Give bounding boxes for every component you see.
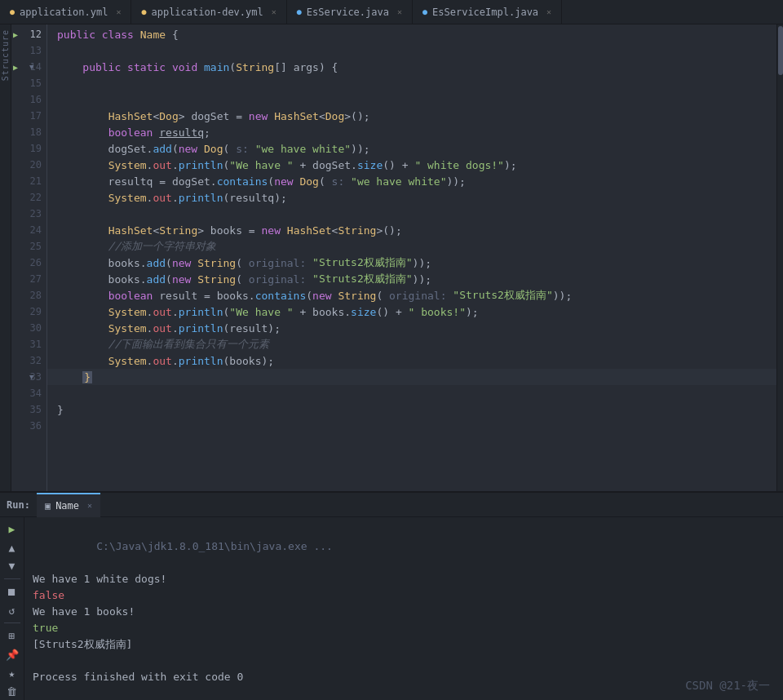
scroll-up-button[interactable]: ▲ xyxy=(3,539,21,556)
trash-button[interactable]: 🗑 xyxy=(3,683,21,700)
divider-2 xyxy=(4,622,20,623)
gutter-row-34: 34 xyxy=(11,385,46,401)
tab-close-0[interactable]: ✕ xyxy=(116,7,121,16)
gutter-row-33: ▼ 33 xyxy=(11,369,46,385)
fold-33[interactable]: ▼ xyxy=(29,373,33,381)
code-line-32: System.out.println(books); xyxy=(47,352,776,369)
run-body: ▶ ▲ ▼ ⏹ ↺ ⊞ 📌 ★ 🗑 C:\Java\jdk1.8.0_181\b… xyxy=(0,517,783,700)
run-tab-icon: ▣ xyxy=(45,500,51,512)
tab-close-3[interactable]: ✕ xyxy=(546,7,551,16)
tab-bar: ● application.yml ✕ ● application-dev.ym… xyxy=(0,0,783,24)
gutter-row-18: 18 xyxy=(11,124,46,140)
filter-button[interactable]: ⊞ xyxy=(3,627,21,645)
tab-application-yml[interactable]: ● application.yml ✕ xyxy=(0,0,131,24)
code-line-27: books.add(new String( original: "Struts2… xyxy=(47,271,776,287)
run-panel: Run: ▣ Name ✕ ▶ ▲ ▼ ⏹ ↺ ⊞ 📌 ★ 🗑 xyxy=(0,491,783,700)
yml-icon-2: ● xyxy=(141,7,146,16)
gutter-row-12: ▶ 12 xyxy=(11,26,46,42)
gutter-row-31: 31 xyxy=(11,336,46,352)
run-tab-bar: Run: ▣ Name ✕ xyxy=(0,493,783,517)
gutter-row-14: ▶ ▼ 14 xyxy=(11,59,46,75)
tab-close-2[interactable]: ✕ xyxy=(397,7,402,16)
gutter-row-23: 23 xyxy=(11,206,46,222)
gutter-row-19: 19 xyxy=(11,140,46,157)
code-line-30: System.out.println(result); xyxy=(47,320,776,336)
gutter-row-26: 26 xyxy=(11,255,46,271)
run-arrow-14[interactable]: ▶ xyxy=(13,63,18,72)
gutter-row-21: 21 xyxy=(11,173,46,189)
yml-icon: ● xyxy=(10,7,15,16)
code-line-17: HashSet<Dog> dogSet = new HashSet<Dog>()… xyxy=(47,108,776,124)
stop-button[interactable]: ⏹ xyxy=(3,583,21,600)
scrollbar-track[interactable] xyxy=(776,24,783,491)
console-output-line-6 xyxy=(33,653,775,669)
gutter-row-36: 36 xyxy=(11,418,46,434)
structure-label: Structure xyxy=(1,26,10,84)
gutter-row-16: 16 xyxy=(11,91,46,108)
code-line-34 xyxy=(47,385,776,401)
run-tools: ▶ ▲ ▼ ⏹ ↺ ⊞ 📌 ★ 🗑 xyxy=(0,517,24,700)
run-tab-close[interactable]: ✕ xyxy=(87,501,92,510)
code-line-25: //添加一个字符串对象 xyxy=(47,238,776,255)
rerun-button[interactable]: ↺ xyxy=(3,602,21,619)
console-output-line-7: Process finished with exit code 0 xyxy=(33,669,775,685)
code-line-36 xyxy=(47,418,776,434)
editor-root: ● application.yml ✕ ● application-dev.ym… xyxy=(0,0,783,700)
gutter-row-28: 28 xyxy=(11,287,46,303)
settings-button[interactable]: ★ xyxy=(3,665,21,682)
code-line-22: System.out.println(resultq); xyxy=(47,189,776,206)
code-line-29: System.out.println("We have " + books.si… xyxy=(47,303,776,320)
tab-application-dev-yml[interactable]: ● application-dev.yml ✕ xyxy=(131,0,286,24)
java-icon-1: ● xyxy=(297,7,302,16)
gutter-row-17: 17 xyxy=(11,108,46,124)
scroll-down-button[interactable]: ▼ xyxy=(3,557,21,574)
code-line-15 xyxy=(47,75,776,91)
run-tab-label: Name xyxy=(55,500,79,512)
code-line-20: System.out.println("We have " + dogSet.s… xyxy=(47,157,776,173)
gutter-row-32: 32 xyxy=(11,352,46,369)
gutter-row-25: 25 xyxy=(11,238,46,255)
console-output: C:\Java\jdk1.8.0_181\bin\java.exe ... We… xyxy=(24,517,783,700)
code-line-18: boolean resultq; xyxy=(47,124,776,140)
scrollbar-thumb[interactable] xyxy=(778,26,783,75)
gutter-row-35: 35 xyxy=(11,401,46,418)
code-content[interactable]: public class Name { public static void m… xyxy=(47,24,776,491)
divider xyxy=(4,578,20,579)
gutter-row-27: 27 xyxy=(11,271,46,287)
gutter-row-20: 20 xyxy=(11,157,46,173)
code-line-33: } xyxy=(47,369,776,385)
run-tab-name[interactable]: ▣ Name ✕ xyxy=(37,493,100,517)
pin-button[interactable]: 📌 xyxy=(3,646,21,663)
code-line-35: } xyxy=(47,401,776,418)
console-output-line-2: false xyxy=(33,587,775,604)
code-line-21: resultq = dogSet.contains(new Dog( s: "w… xyxy=(47,173,776,189)
console-output-line-4: true xyxy=(33,620,775,636)
code-line-14: public static void main(String[] args) { xyxy=(47,59,776,75)
watermark: CSDN @21-夜一 xyxy=(685,679,770,693)
run-label: Run: xyxy=(7,499,30,511)
play-button[interactable]: ▶ xyxy=(3,521,21,538)
run-arrow-12[interactable]: ▶ xyxy=(13,30,18,39)
console-cmd-line: C:\Java\jdk1.8.0_181\bin\java.exe ... xyxy=(33,522,775,571)
code-line-12: public class Name { xyxy=(47,26,776,42)
java-icon-2: ● xyxy=(422,7,427,16)
line-gutter: ▶ 12 13 ▶ ▼ 14 15 16 17 18 19 20 21 22 2… xyxy=(11,24,47,491)
gutter-row-15: 15 xyxy=(11,75,46,91)
console-output-line-3: We have 1 books! xyxy=(33,604,775,620)
gutter-row-13: 13 xyxy=(11,42,46,59)
tab-esserviceimpl-java[interactable]: ● EsServiceImpl.java ✕ xyxy=(413,0,562,24)
tab-esservice-java[interactable]: ● EsService.java ✕ xyxy=(287,0,413,24)
code-line-19: dogSet.add(new Dog( s: "we have white"))… xyxy=(47,140,776,157)
code-line-16 xyxy=(47,91,776,108)
code-line-28: boolean result = books.contains(new Stri… xyxy=(47,287,776,303)
gutter-row-30: 30 xyxy=(11,320,46,336)
gutter-row-29: 29 xyxy=(11,303,46,320)
code-line-31: //下面输出看到集合只有一个元素 xyxy=(47,336,776,352)
console-output-line-1: We have 1 white dogs! xyxy=(33,571,775,587)
code-line-23 xyxy=(47,206,776,222)
gutter-row-22: 22 xyxy=(11,189,46,206)
code-line-13 xyxy=(47,42,776,59)
tab-close-1[interactable]: ✕ xyxy=(272,7,276,16)
console-output-line-5: [Struts2权威指南] xyxy=(33,636,775,653)
fold-14[interactable]: ▼ xyxy=(29,63,33,71)
